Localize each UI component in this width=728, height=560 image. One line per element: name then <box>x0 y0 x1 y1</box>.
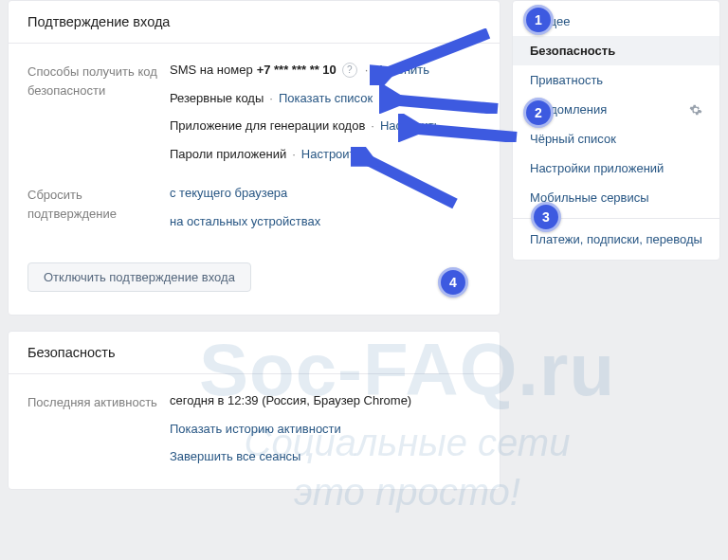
reset-other-devices-link[interactable]: на остальных устройствах <box>170 212 481 231</box>
reset-label: Сбросить подтверждение <box>27 184 170 223</box>
separator-dot: · <box>369 117 376 135</box>
code-app-text: Приложение для генерации кодов <box>170 117 365 135</box>
show-backup-codes-link[interactable]: Показать список <box>279 89 373 108</box>
configure-code-app-link[interactable]: Настроить <box>380 117 441 135</box>
nav-privacy[interactable]: Приватность <box>513 65 719 95</box>
separator-dot: · <box>290 145 298 164</box>
disable-confirmation-button[interactable]: Отключить подтверждение входа <box>27 262 251 292</box>
change-sms-link[interactable]: Изменить <box>373 61 429 80</box>
security-code-methods-row: Способы получить код безопасности SMS на… <box>27 57 481 180</box>
reset-current-browser-link[interactable]: с текущего браузера <box>170 184 481 203</box>
nav-blacklist[interactable]: Чёрный список <box>513 124 719 154</box>
last-activity-value: сегодня в 12:39 (Россия, Браузер Chrome) <box>170 391 481 410</box>
separator-dot: · <box>267 89 275 108</box>
gear-icon[interactable] <box>689 103 702 117</box>
security-title: Безопасность <box>9 332 500 374</box>
separator-dot: · <box>363 61 371 80</box>
login-confirmation-card: Подтверждение входа Способы получить код… <box>8 0 500 316</box>
backup-codes-text: Резервные коды <box>170 89 264 108</box>
code-app-line: Приложение для генерации кодов · Настрои… <box>170 117 481 135</box>
last-activity-label: Последняя активность <box>27 391 170 412</box>
end-all-sessions-link[interactable]: Завершить все сеансы <box>170 447 481 466</box>
nav-security[interactable]: Безопасность <box>513 36 719 65</box>
last-activity-row: Последняя активность сегодня в 12:39 (Ро… <box>27 388 481 483</box>
reset-confirmation-row: Сбросить подтверждение с текущего браузе… <box>27 180 481 247</box>
app-passwords-text: Пароли приложений <box>170 145 286 164</box>
nav-app-settings[interactable]: Настройки приложений <box>513 154 719 183</box>
security-card: Безопасность Последняя активность сегодн… <box>8 331 500 490</box>
sms-number: +7 *** *** ** 10 <box>257 61 337 80</box>
login-confirmation-title: Подтверждение входа <box>9 1 500 44</box>
show-activity-history-link[interactable]: Показать историю активности <box>170 420 481 439</box>
help-icon[interactable]: ? <box>342 63 357 78</box>
configure-app-passwords-link[interactable]: Настроить <box>301 145 362 164</box>
annotation-badge-3: 3 <box>531 202 561 232</box>
sms-method-line: SMS на номер +7 *** *** ** 10 ? · Измени… <box>170 61 481 80</box>
app-passwords-line: Пароли приложений · Настроить <box>170 145 481 164</box>
annotation-badge-2: 2 <box>523 98 554 128</box>
methods-label: Способы получить код безопасности <box>27 61 170 99</box>
annotation-badge-1: 1 <box>523 5 554 35</box>
backup-codes-line: Резервные коды · Показать список <box>170 89 481 108</box>
annotation-badge-4: 4 <box>438 267 468 298</box>
sms-text: SMS на номер <box>170 61 253 80</box>
